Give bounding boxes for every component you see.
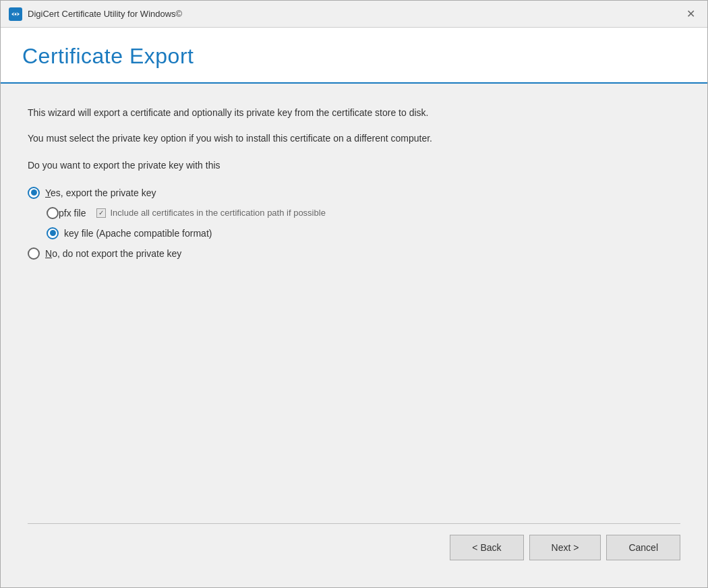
title-bar-left: DigiCert Certificate Utility for Windows… [9,7,182,21]
checkbox-include-certs[interactable]: ✓ Include all certificates in the certif… [96,208,325,218]
radio-inner-yes [31,189,37,196]
title-bar: DigiCert Certificate Utility for Windows… [1,1,707,28]
underline-y: Y [45,187,51,198]
radio-label-yes: Yes, export the private key [45,187,156,198]
radio-label-no: No, do not export the private key [45,248,181,259]
checkmark-icon: ✓ [98,209,104,216]
underline-n: N [45,248,52,259]
radio-circle-no [28,247,40,260]
radio-circle-yes [28,187,40,199]
radio-key-file[interactable]: key file (Apache compatible format) [47,223,680,243]
svg-point-2 [15,13,17,15]
page-title: Certificate Export [22,44,686,69]
checkbox-label: Include all certificates in the certific… [110,208,325,218]
footer-buttons: < Back Next > Cancel [28,535,680,566]
main-window: DigiCert Certificate Utility for Windows… [0,0,708,588]
footer-divider [28,523,680,524]
question-text: Do you want to export the private key wi… [28,160,680,171]
description-1: This wizard will export a certificate an… [28,105,486,120]
content-section: This wizard will export a certificate an… [1,84,707,587]
checkbox-box: ✓ [96,208,106,218]
cancel-button[interactable]: Cancel [606,535,680,560]
content-spacer [28,264,680,523]
radio-yes-export[interactable]: Yes, export the private key [28,183,680,203]
description-2: You must select the private key option i… [28,131,486,146]
digicert-icon [9,7,22,21]
radio-circle-pfx [47,207,59,219]
radio-inner-key [50,230,56,236]
options-container: Yes, export the private key pfx file ✓ I… [28,183,680,264]
header-section: Certificate Export [1,28,707,84]
window-title: DigiCert Certificate Utility for Windows… [28,9,182,19]
radio-circle-key [47,227,59,239]
radio-label-key: key file (Apache compatible format) [64,228,212,239]
radio-no-export[interactable]: No, do not export the private key [28,243,680,264]
radio-pfx-file[interactable]: pfx file ✓ Include all certificates in t… [47,203,680,223]
back-button[interactable]: < Back [450,535,523,560]
close-button[interactable]: ✕ [682,7,699,21]
radio-label-pfx: pfx file [59,208,86,218]
next-button[interactable]: Next > [529,535,601,560]
